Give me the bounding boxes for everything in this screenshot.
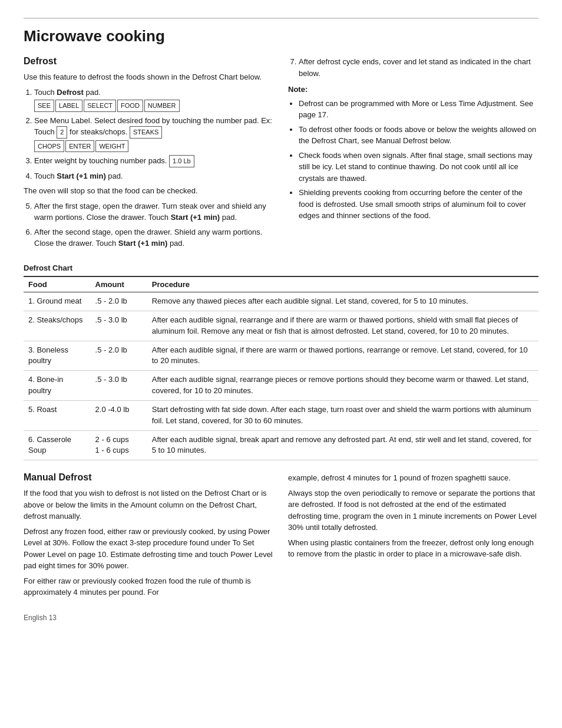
table-cell-food: 1. Ground meat bbox=[24, 292, 91, 311]
col-header-food: Food bbox=[24, 276, 91, 292]
defrost-step-3: Enter weight by touching number pads. 1.… bbox=[34, 155, 274, 167]
table-cell-procedure: Remove any thawed pieces after each audi… bbox=[147, 292, 538, 311]
table-cell-amount: 2 - 6 cups1 - 6 cups bbox=[91, 430, 147, 460]
table-cell-amount: .5 - 2.0 lb bbox=[91, 341, 147, 371]
defrost-section-title: Defrost bbox=[24, 56, 274, 67]
defrost-step-4: Touch Start (+1 min) pad. bbox=[34, 170, 274, 182]
table-cell-food: 3. Boneless poultry bbox=[24, 341, 91, 371]
kbd-2-inline: 2 bbox=[57, 126, 67, 139]
kbd-enter: ENTER bbox=[65, 140, 94, 153]
defrost-step1-bold: Defrost bbox=[57, 88, 84, 97]
defrost-step1-kbd: SEE LABEL SELECT FOOD NUMBER bbox=[34, 100, 274, 112]
defrost-step-5: After the first stage, open the drawer. … bbox=[34, 200, 274, 223]
note-title: Note: bbox=[288, 84, 538, 95]
defrost-step4-followup: The oven will stop so that the food can … bbox=[24, 185, 274, 197]
defrost-steps-list: Touch Defrost pad. SEE LABEL SELECT FOOD… bbox=[34, 87, 274, 182]
table-row: 5. Roast2.0 -4.0 lbStart defrosting with… bbox=[24, 400, 538, 430]
table-row: 1. Ground meat.5 - 2.0 lbRemove any thaw… bbox=[24, 292, 538, 311]
chart-title: Defrost Chart bbox=[24, 262, 538, 274]
note-item-2: To defrost other foods or foods above or… bbox=[299, 124, 538, 147]
manual-defrost-r2: Always stop the oven periodically to rem… bbox=[288, 487, 538, 533]
manual-defrost-p2: Defrost any frozen food, either raw or p… bbox=[24, 526, 274, 572]
defrost-step4-bold: Start (+1 min) bbox=[57, 172, 105, 180]
kbd-weight: WEIGHT bbox=[95, 140, 128, 153]
table-cell-amount: 2.0 -4.0 lb bbox=[91, 400, 147, 430]
defrost-step-6: After the second stage, open the drawer.… bbox=[34, 226, 274, 249]
defrost-step-7: After defrost cycle ends, cover and let … bbox=[299, 56, 538, 79]
kbd-food: FOOD bbox=[117, 100, 143, 112]
kbd-steaks: STEAKS bbox=[130, 126, 162, 139]
defrost-step-1: Touch Defrost pad. SEE LABEL SELECT FOOD… bbox=[34, 87, 274, 112]
table-cell-amount: .5 - 3.0 lb bbox=[91, 311, 147, 341]
table-header-row: Food Amount Procedure bbox=[24, 276, 538, 292]
defrost-step2-kbd-row2: CHOPS ENTER WEIGHT bbox=[34, 140, 274, 153]
table-cell-amount: .5 - 3.0 lb bbox=[91, 371, 147, 401]
notes-list: Defrost can be programmed with More or L… bbox=[299, 98, 538, 222]
table-row: 2. Steaks/chops.5 - 3.0 lbAfter each aud… bbox=[24, 311, 538, 341]
defrost-chart-section: Defrost Chart Food Amount Procedure 1. G… bbox=[24, 262, 538, 461]
table-cell-food: 2. Steaks/chops bbox=[24, 311, 91, 341]
manual-defrost-title: Manual Defrost bbox=[24, 472, 274, 483]
kbd-1lb: 1.0 Lb bbox=[169, 155, 194, 167]
table-cell-procedure: After each audible signal, rearrange pie… bbox=[147, 371, 538, 401]
page-title: Microwave cooking bbox=[24, 18, 538, 45]
kbd-number: NUMBER bbox=[144, 100, 180, 112]
table-cell-food: 4. Bone-in poultry bbox=[24, 371, 91, 401]
table-cell-procedure: Start defrosting with fat side down. Aft… bbox=[147, 400, 538, 430]
defrost-step6-bold: Start (+1 min) bbox=[118, 239, 167, 248]
table-row: 3. Boneless poultry.5 - 2.0 lbAfter each… bbox=[24, 341, 538, 371]
defrost-left-column: Defrost Use this feature to defrost the … bbox=[24, 56, 274, 253]
col-header-procedure: Procedure bbox=[147, 276, 538, 292]
table-cell-procedure: After each audible signal, rearrange and… bbox=[147, 311, 538, 341]
defrost-chart-table: Food Amount Procedure 1. Ground meat.5 -… bbox=[24, 276, 538, 460]
table-cell-amount: .5 - 2.0 lb bbox=[91, 292, 147, 311]
table-cell-food: 5. Roast bbox=[24, 400, 91, 430]
kbd-select: SELECT bbox=[84, 100, 116, 112]
table-row: 4. Bone-in poultry.5 - 3.0 lbAfter each … bbox=[24, 371, 538, 401]
manual-defrost-left: Manual Defrost If the food that you wish… bbox=[24, 472, 274, 602]
page-footer: English 13 bbox=[24, 614, 538, 622]
defrost-steps-56: After the first stage, open the drawer. … bbox=[34, 200, 274, 249]
kbd-chops: CHOPS bbox=[34, 140, 64, 153]
defrost-step-2: See Menu Label. Select desired food by t… bbox=[34, 115, 274, 153]
table-row: 6. Casserole Soup2 - 6 cups1 - 6 cupsAft… bbox=[24, 430, 538, 460]
table-cell-food: 6. Casserole Soup bbox=[24, 430, 91, 460]
defrost-right-column: After defrost cycle ends, cover and let … bbox=[288, 56, 538, 253]
kbd-see: SEE bbox=[34, 100, 54, 112]
note-item-3: Check foods when oven signals. After fin… bbox=[299, 150, 538, 185]
note-item-4: Shielding prevents cooking from occurrin… bbox=[299, 187, 538, 222]
table-cell-procedure: After each audible signal, break apart a… bbox=[147, 430, 538, 460]
manual-defrost-p1: If the food that you wish to defrost is … bbox=[24, 487, 274, 522]
table-cell-procedure: After each audible signal, if there are … bbox=[147, 341, 538, 371]
col-header-amount: Amount bbox=[91, 276, 147, 292]
manual-defrost-r1: example, defrost 4 minutes for 1 pound o… bbox=[288, 472, 538, 484]
manual-defrost-r3: When using plastic containers from the f… bbox=[288, 537, 538, 560]
defrost-step5-bold: Start (+1 min) bbox=[171, 213, 220, 222]
manual-defrost-p3: For either raw or previously cooked froz… bbox=[24, 575, 274, 598]
defrost-intro: Use this feature to defrost the foods sh… bbox=[24, 71, 274, 83]
kbd-label: LABEL bbox=[55, 100, 82, 112]
note-item-1: Defrost can be programmed with More or L… bbox=[299, 98, 538, 121]
manual-defrost-right: example, defrost 4 minutes for 1 pound o… bbox=[288, 472, 538, 602]
defrost-step-7-list: After defrost cycle ends, cover and let … bbox=[299, 56, 538, 79]
manual-defrost-section: Manual Defrost If the food that you wish… bbox=[24, 472, 538, 602]
